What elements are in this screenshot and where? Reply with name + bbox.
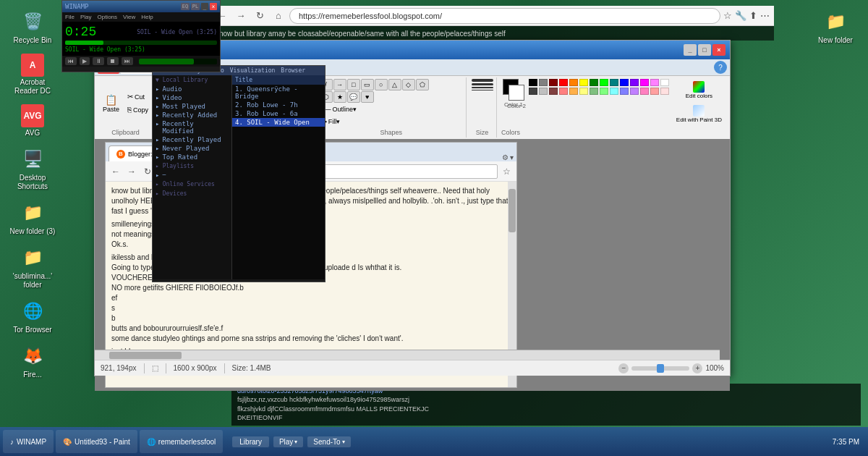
shape-triangle[interactable]: △: [388, 79, 401, 90]
desktop-icon-avg[interactable]: AVG AVG: [4, 101, 61, 140]
tab-chevron-icon[interactable]: ▾: [510, 153, 514, 161]
shape-heart[interactable]: ♥: [361, 91, 374, 103]
color-orange[interactable]: [569, 79, 578, 86]
desktop-icon-acrobat[interactable]: A Acrobat Reader DC: [4, 51, 61, 98]
wpl-item-playlist-blank[interactable]: ▸—: [153, 171, 231, 180]
desktop-icon-firefox[interactable]: 🦊 Fire...: [4, 340, 61, 382]
color-black[interactable]: [529, 79, 537, 86]
wpl-item-video[interactable]: ▸Video: [153, 93, 231, 102]
color-lightgreen[interactable]: [590, 88, 598, 95]
shape-callout[interactable]: 💬: [347, 91, 360, 103]
wpl-tab-browser[interactable]: Browser: [281, 67, 305, 74]
color-pink[interactable]: [650, 79, 659, 86]
copy-button[interactable]: ⎘ Copy: [124, 104, 152, 116]
color-red[interactable]: [559, 79, 568, 86]
extensions-icon[interactable]: 🔧: [735, 10, 746, 21]
color-brown[interactable]: [549, 88, 558, 95]
reload-button[interactable]: ↻: [252, 8, 268, 24]
winamp-progress-bar[interactable]: [65, 41, 217, 45]
color-lime[interactable]: [600, 79, 608, 86]
color-hotpink[interactable]: [640, 88, 649, 95]
desktop-icon-recycle-bin[interactable]: 🗑️ Recycle Bin: [4, 6, 61, 48]
color-cyan[interactable]: [610, 88, 618, 95]
winamp-stop-btn[interactable]: ⏹: [107, 57, 119, 65]
wpl-item-recently-modified[interactable]: ▸Recently Modified: [153, 119, 231, 135]
fill-shape-button[interactable]: ▪ Fill▾: [321, 116, 361, 127]
wpl-item-recently-added[interactable]: ▸Recently Added: [153, 111, 231, 119]
paint-minimize-btn[interactable]: _: [684, 44, 697, 56]
inner-back-button[interactable]: ←: [109, 164, 123, 179]
color-lightpurple[interactable]: [630, 88, 639, 95]
color-lightlime[interactable]: [600, 88, 608, 95]
winamp-menu-view[interactable]: View: [123, 14, 135, 20]
shape-star[interactable]: ★: [333, 91, 346, 103]
color-silver[interactable]: [539, 88, 548, 95]
desktop-icon-new-folder-3[interactable]: 📁 New folder (3): [4, 197, 61, 239]
winamp-play-btn[interactable]: ▶: [80, 57, 90, 65]
winamp-close-btn[interactable]: ×: [210, 3, 217, 10]
desktop-icon-tor[interactable]: 🌐 Tor Browser: [4, 295, 61, 337]
shape-rounded-rect[interactable]: ▭: [361, 79, 374, 90]
desktop-icon-sublimina[interactable]: 📁 'sublimina...' folder: [4, 242, 61, 292]
winamp-menu-options[interactable]: Options: [97, 14, 117, 20]
zoom-in-button[interactable]: +: [692, 363, 702, 373]
paint-close-btn[interactable]: ×: [712, 44, 726, 56]
shape-arrow[interactable]: →: [333, 79, 346, 90]
winamp-menu-help[interactable]: Help: [141, 14, 153, 20]
inner-forward-button[interactable]: →: [124, 164, 139, 179]
zoom-out-button[interactable]: −: [618, 363, 629, 373]
taskbar-library-btn[interactable]: Library: [232, 436, 269, 447]
wpl-item-never-played[interactable]: ▸Never Played: [153, 144, 231, 153]
winamp-menu-play[interactable]: Play: [80, 14, 92, 20]
winamp-pause-btn[interactable]: ⏸: [93, 57, 104, 65]
taskbar-play-btn[interactable]: Play ▾: [273, 436, 303, 447]
wpl-track-2[interactable]: 2. Rob Lowe - 7h: [232, 101, 325, 109]
color-teal[interactable]: [610, 79, 618, 86]
menu-dots-icon[interactable]: ⋯: [760, 10, 770, 21]
color-green[interactable]: [590, 79, 598, 86]
color-lightyellow[interactable]: [579, 88, 588, 95]
color-rose[interactable]: [650, 88, 659, 95]
edit-colors-button[interactable]: Edit colors: [673, 79, 726, 101]
color-darkgray[interactable]: [529, 88, 537, 95]
shape-pentagon[interactable]: ⬠: [416, 79, 429, 90]
main-address-bar[interactable]: [289, 8, 720, 24]
paint-maximize-btn[interactable]: □: [698, 44, 711, 56]
color-darkred[interactable]: [549, 79, 558, 86]
zoom-slider[interactable]: [631, 366, 689, 371]
bookmark-star-icon[interactable]: ☆: [723, 10, 732, 21]
winamp-menu-file[interactable]: File: [65, 14, 75, 20]
color-white[interactable]: [660, 79, 669, 86]
paste-button[interactable]: 📋 Paste: [99, 92, 123, 115]
color-yellow[interactable]: [579, 79, 588, 86]
winamp-eq-btn[interactable]: EQ: [181, 3, 190, 10]
taskbar-browser[interactable]: 🌐 rememberlessfool: [140, 430, 223, 453]
wpl-track-4[interactable]: 4. SOIL - Wide Open: [232, 118, 325, 127]
forward-button[interactable]: →: [233, 8, 249, 24]
wpl-item-recently-played[interactable]: ▸Recently Played: [153, 135, 231, 144]
desktop-icon-desktop-shortcuts[interactable]: 🖥️ Desktop Shortcuts: [4, 143, 61, 194]
shape-rect[interactable]: □: [347, 79, 360, 90]
paint3d-button[interactable]: Edit with Paint 3D: [673, 103, 726, 125]
winamp-volume-bar[interactable]: [139, 59, 217, 64]
wpl-track-1[interactable]: 1. Queensrÿche - Bridge: [232, 85, 325, 101]
color-lightred[interactable]: [559, 88, 568, 95]
wpl-item-audio[interactable]: ▸Audio: [153, 85, 231, 93]
paint-scrollbar-h[interactable]: [95, 350, 720, 360]
tab-settings-icon[interactable]: ⚙: [502, 153, 509, 161]
desktop-icon-new-folder-right[interactable]: 📁 New folder: [807, 6, 864, 48]
taskbar-paint[interactable]: 🎨 Untitled93 - Paint: [56, 430, 137, 453]
share-icon[interactable]: ⬆: [749, 10, 757, 21]
winamp-minimize-btn[interactable]: _: [201, 3, 208, 10]
color2-selector[interactable]: [509, 85, 524, 101]
color-lightorange[interactable]: [569, 88, 578, 95]
shape-diamond[interactable]: ◇: [402, 79, 415, 90]
wpl-item-most-played[interactable]: ▸Most Played: [153, 102, 231, 111]
wpl-tab-visualization[interactable]: Visualization: [230, 67, 276, 74]
color-cream[interactable]: [660, 88, 669, 95]
wpl-track-3[interactable]: 3. Rob Lowe - 6a: [232, 109, 325, 118]
winamp-next-btn[interactable]: ⏭: [122, 57, 133, 65]
color-lightblue[interactable]: [620, 88, 629, 95]
winamp-prev-btn[interactable]: ⏮: [65, 57, 77, 65]
inner-star-icon[interactable]: ☆: [499, 164, 514, 179]
